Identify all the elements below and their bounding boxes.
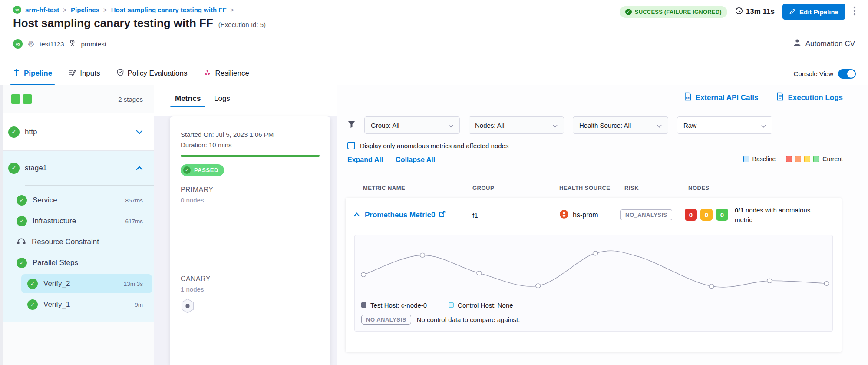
no-analysis-row: NO ANALYSIS No control data to compare a…	[361, 313, 520, 325]
metric-chart-svg[interactable]	[359, 240, 829, 298]
metric-health-source: hs-prom	[559, 209, 598, 221]
expand-collapse-row: Expand All Collapse All	[347, 155, 435, 165]
anomalous-filter-row: Display only anomalous metrics and affec…	[347, 142, 508, 149]
baseline-swatch	[743, 156, 749, 162]
chevron-down-icon	[553, 122, 558, 129]
node-count-green: 0	[716, 209, 728, 221]
active-tab-underline	[170, 106, 205, 107]
no-analysis-message: No control data to compare against.	[417, 316, 520, 323]
pencil-icon	[789, 8, 795, 16]
external-api-calls-link[interactable]: API External API Calls	[684, 92, 759, 103]
divider	[389, 156, 389, 164]
chevron-up-icon[interactable]	[136, 164, 143, 172]
execution-logs-link[interactable]: Execution Logs	[776, 92, 843, 103]
filters-row: Group: All Nodes: All Health Source: All…	[347, 116, 772, 134]
header-actions: ✓ SUCCESS (FAILURE IGNORED) 13m 11s Edit…	[620, 3, 856, 20]
group-filter-dropdown[interactable]: Group: All	[364, 116, 460, 134]
success-check-icon: ✓	[625, 9, 632, 15]
breadcrumb-separator: >	[231, 6, 234, 13]
metric-row-card: Prometheus Metric0 f1 hs-prom NO_ANALYSI…	[346, 198, 842, 352]
anomalous-checkbox[interactable]	[347, 142, 355, 149]
breadcrumb-pipelines[interactable]: Pipelines	[71, 6, 99, 13]
primary-label: PRIMARY	[181, 186, 213, 194]
current-swatch-orange	[795, 156, 801, 162]
col-header-risk: RISK	[624, 185, 639, 191]
console-view-control: Console View	[794, 62, 856, 85]
step-verify-2[interactable]: ✓ Verify_2 13m 3s	[21, 274, 152, 293]
tab-pipeline[interactable]: Pipeline	[13, 62, 52, 85]
edit-pipeline-button[interactable]: Edit Pipeline	[782, 4, 845, 20]
sidebar-stage-http[interactable]: ✓ http	[3, 113, 154, 151]
chevron-down-icon	[657, 122, 662, 129]
pipeline-meta-row: ∞ ⚙ test1123 promtest	[13, 38, 106, 50]
col-header-metric-name: METRIC NAME	[363, 185, 405, 191]
chevron-down-icon[interactable]	[136, 128, 143, 136]
step-service[interactable]: ✓ Service 857ms	[3, 190, 154, 211]
view-mode-dropdown[interactable]: Raw	[677, 116, 772, 134]
step-verify-1[interactable]: ✓ Verify_1 9m	[3, 294, 154, 315]
success-check-icon: ✓	[8, 126, 20, 138]
tab-inputs[interactable]: Inputs	[69, 62, 100, 85]
stage-status-square	[11, 94, 20, 104]
current-swatch-green	[813, 156, 819, 162]
chevron-down-icon	[761, 122, 766, 129]
breadcrumb-pipeline-name[interactable]: Host sampling canary testing with FF	[111, 6, 227, 13]
current-label: Current	[822, 156, 843, 163]
prometheus-icon	[559, 209, 569, 221]
tab-logs[interactable]: Logs	[214, 94, 230, 103]
success-check-icon: ✓	[27, 279, 38, 289]
environment-name[interactable]: promtest	[81, 40, 106, 48]
console-view-toggle[interactable]	[838, 69, 856, 79]
execution-id: (Execution Id: 5)	[218, 21, 266, 28]
current-user: Automation CV	[793, 38, 855, 49]
filter-funnel-icon[interactable]	[347, 120, 356, 130]
metric-chart-container: Test Host: c-node-0 Control Host: None N…	[354, 235, 833, 332]
stage-status-square	[23, 94, 32, 104]
kebab-menu-icon[interactable]	[853, 6, 856, 18]
toggle-knob	[847, 70, 855, 78]
step-resource-constraint[interactable]: Resource Constraint	[3, 232, 154, 252]
title-row: Host sampling canary testing with FF (Ex…	[13, 17, 266, 30]
metrics-panel: API External API Calls Execution Logs Gr…	[337, 85, 868, 365]
external-link-icon[interactable]	[439, 211, 446, 219]
breadcrumb-project[interactable]: srm-hf-test	[25, 6, 59, 13]
service-name[interactable]: test1123	[40, 40, 64, 48]
panel-links: API External API Calls Execution Logs	[684, 92, 843, 103]
tab-resilience[interactable]: Resilience	[204, 62, 249, 85]
step-parallel-steps[interactable]: ✓ Parallel Steps	[3, 252, 154, 273]
step-infrastructure[interactable]: ✓ Infrastructure 617ms	[3, 211, 154, 232]
breadcrumb-separator: >	[103, 6, 107, 13]
node-count-red: 0	[685, 209, 697, 221]
node-count-yellow: 0	[700, 209, 713, 221]
svg-text:API: API	[686, 97, 690, 100]
health-source-filter-dropdown[interactable]: Health Source: All	[573, 116, 668, 134]
collapse-metric-chevron-icon[interactable]	[353, 211, 360, 219]
stage-summary-header: 2 stages	[3, 85, 154, 113]
api-document-icon: API	[684, 92, 692, 103]
control-host-swatch	[449, 302, 454, 308]
nodes-filter-dropdown[interactable]: Nodes: All	[469, 116, 564, 134]
tab-policy-evaluations[interactable]: Policy Evaluations	[117, 62, 188, 85]
left-edge-strip	[0, 85, 3, 365]
breadcrumb: ∞ srm-hf-test > Pipelines > Host samplin…	[13, 4, 234, 15]
canary-node-hexagon[interactable]	[181, 298, 195, 315]
success-check-icon: ✓	[17, 195, 27, 206]
nodes-summary: 0/1 nodes with anomalous metric	[735, 206, 826, 225]
chevron-down-icon	[449, 122, 453, 129]
tab-metrics[interactable]: Metrics	[175, 94, 201, 103]
metric-name-link[interactable]: Prometheus Metric0	[365, 211, 446, 219]
no-analysis-badge: NO ANALYSIS	[361, 315, 411, 325]
test-host-swatch	[361, 302, 366, 308]
expand-all-link[interactable]: Expand All	[347, 156, 383, 164]
risk-status: NO_ANALYSIS	[620, 209, 672, 220]
success-check-icon: ✓	[17, 258, 27, 268]
pipeline-icon	[13, 69, 20, 78]
collapse-all-link[interactable]: Collapse All	[396, 156, 435, 164]
verification-summary-card: Started On: Jul 5, 2023 1:06 PM Duration…	[170, 116, 330, 365]
control-host-label: Control Host: None	[458, 302, 513, 309]
sidebar-stage-stage1[interactable]: ✓ stage1	[3, 151, 154, 185]
current-swatch-yellow	[804, 156, 810, 162]
inputs-icon	[69, 69, 76, 78]
page-title: Host sampling canary testing with FF	[13, 17, 213, 30]
host-legend: Test Host: c-node-0 Control Host: None	[361, 300, 513, 310]
